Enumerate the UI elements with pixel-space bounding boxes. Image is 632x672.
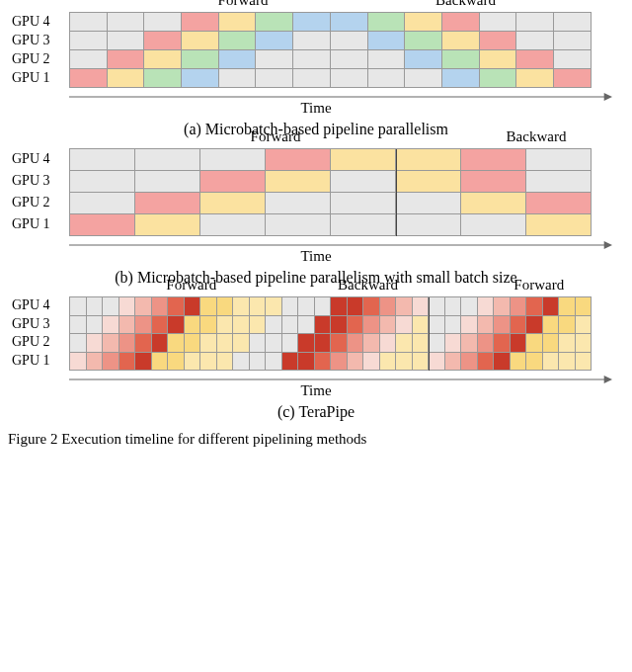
timeline-cell [348,334,364,353]
timeline-cell [200,214,266,236]
timeline-cell [413,297,430,316]
timeline-cell [480,69,517,88]
timeline-cell [108,69,145,88]
timeline-cell [405,69,442,88]
timeline-cell [298,353,315,372]
timeline-cell [576,334,592,353]
timeline-cell [168,353,185,372]
timeline-cell [217,316,234,335]
timeline-cell [103,334,119,353]
timeline-cell [266,214,331,236]
gpu-label: GPU 2 [12,192,50,213]
gpu-label: GPU 3 [12,170,50,192]
timeline-cell [526,316,543,335]
gpu-labels-c: GPU 4GPU 3GPU 2GPU 1 [12,296,50,370]
phase-label: Forward [218,0,269,9]
timeline-cell [396,334,413,353]
timeline-cell [70,171,135,193]
timeline-cell [526,334,543,353]
gpu-label: GPU 3 [12,315,50,334]
timeline-cell [250,334,267,353]
phase-label: Forward [514,277,564,294]
timeline-cell [543,297,560,316]
timeline-cell [250,297,267,316]
timeline-cell [368,32,406,50]
timeline-cell [185,297,201,316]
svg-marker-1 [604,93,612,101]
timeline-cell [461,193,526,214]
timeline-cell [526,297,543,316]
timeline-cell [461,214,526,236]
timeline-cell [135,214,200,236]
timeline-cell [363,316,380,335]
timeline-cell [185,334,201,353]
timeline-cell [576,353,592,372]
timeline-cell [144,69,182,88]
timeline-cell [135,297,152,316]
phase-label: Backward [435,0,496,9]
timeline-cell [348,297,364,316]
timeline-cell [152,297,169,316]
phase-label: Forward [251,128,301,145]
phase-label: Backward [507,128,567,145]
timeline-cell [135,149,200,171]
timeline-cell [315,334,332,353]
timeline-cell [70,353,87,372]
timeline-cell [168,297,185,316]
timeline-cell [413,316,430,335]
timeline-cell [461,171,526,193]
timeline-cell [331,214,396,236]
timeline-cell [293,13,331,32]
timeline-cell [298,316,315,335]
timeline-cell [87,297,104,316]
timeline-cell [219,69,257,88]
timeline-cell [144,50,182,69]
timeline-cell [331,297,348,316]
timeline-cell [219,50,257,69]
subfig-c: ForwardBackwardForward GPU 4GPU 3GPU 2GP… [8,296,624,421]
timeline-cell [396,193,461,214]
timeline-cell [461,334,478,353]
timeline-cell [200,193,266,214]
timeline-cell [413,353,430,372]
timeline-cell [478,316,495,335]
svg-marker-3 [604,241,612,249]
timeline-cell [526,171,592,193]
timeline-cell [200,171,266,193]
timeline-cell [380,334,397,353]
timeline-cell [445,353,462,372]
timeline-cell [135,316,152,335]
timeline-cell [108,13,145,32]
timeline-cell [380,353,397,372]
timeline-cell [576,297,592,316]
timeline-cell [70,13,108,32]
gpu-label: GPU 1 [12,352,50,371]
gpu-label: GPU 2 [12,49,50,68]
timeline-cell [543,316,560,335]
timeline-cell [152,334,169,353]
timeline-cell [256,69,293,88]
timeline-cell [217,297,234,316]
timeline-cell [266,297,282,316]
timeline-cell [413,334,430,353]
timeline-cell [405,32,442,50]
timeline-cell [429,334,445,353]
gpu-label: GPU 2 [12,333,50,352]
timeline-cell [103,316,119,335]
timeline-cell [315,316,332,335]
timeline-cell [543,353,560,372]
timeline-cell [250,353,267,372]
timeline-cell [494,334,511,353]
timeline-cell [480,50,517,69]
timeline-cell [554,13,592,32]
timeline-cell [135,353,152,372]
time-arrow-a [69,92,612,102]
timeline-cell [442,69,480,88]
timeline-cell [152,353,169,372]
timeline-cell [543,334,560,353]
phase-label: Backward [338,277,398,294]
timeline-cell [266,171,331,193]
timeline-cell [380,316,397,335]
timeline-grid-a [69,12,592,88]
time-arrow-b [69,240,612,250]
